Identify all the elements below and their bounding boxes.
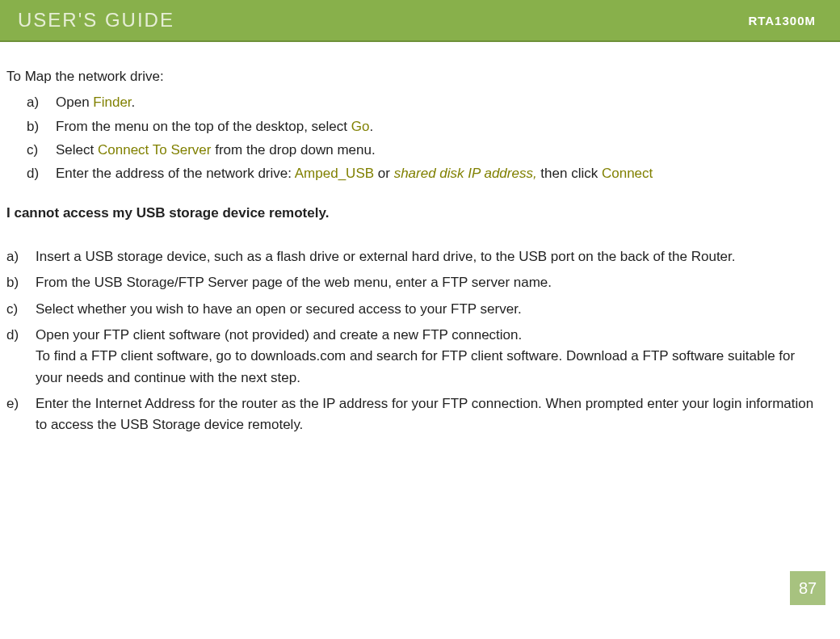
connect-to-server-label: Connect To Server: [98, 142, 211, 158]
header-bar: USER'S GUIDE RTA1300M: [0, 0, 840, 42]
step-body: From the menu on the top of the desktop,…: [56, 116, 373, 137]
step-b: b) From the USB Storage/FTP Server page …: [6, 272, 834, 293]
step-body: Open Finder.: [56, 92, 135, 113]
step-d: d) Open your FTP client software (not pr…: [6, 325, 834, 389]
step-body: From the USB Storage/FTP Server page of …: [36, 272, 834, 293]
step-c: c) Select whether you wish to have an op…: [6, 299, 834, 320]
page-number: 87: [799, 579, 817, 598]
connect-label: Connect: [602, 166, 653, 181]
text: then click: [537, 166, 602, 181]
step-body: Select Connect To Server from the drop d…: [56, 140, 376, 161]
step-marker: d): [6, 325, 36, 389]
step-body: Open your FTP client software (not provi…: [36, 325, 834, 389]
step-d: d) Enter the address of the network driv…: [27, 163, 834, 184]
step-marker: b): [6, 272, 36, 293]
section-intro: To Map the network drive:: [6, 66, 834, 87]
step-marker: c): [6, 299, 36, 320]
text: from the drop down menu.: [211, 142, 375, 158]
step-b: b) From the menu on the top of the deskt…: [27, 116, 834, 137]
text: Open: [56, 95, 93, 110]
step-marker: c): [27, 140, 56, 161]
step-marker: a): [6, 246, 36, 267]
remote-access-steps: a) Insert a USB storage device, such as …: [6, 246, 834, 436]
text: From the menu on the top of the desktop,…: [56, 119, 351, 134]
amped-usb-label: Amped_USB: [295, 166, 374, 181]
text: .: [369, 119, 373, 134]
step-body: Select whether you wish to have an open …: [36, 299, 834, 320]
text: .: [132, 95, 136, 110]
step-body: Enter the address of the network drive: …: [56, 163, 653, 184]
step-e: e) Enter the Internet Address for the ro…: [6, 393, 834, 436]
page-content: To Map the network drive: a) Open Finder…: [0, 42, 840, 436]
step-c: c) Select Connect To Server from the dro…: [27, 140, 834, 161]
step-a: a) Open Finder.: [27, 92, 834, 113]
finder-label: Finder: [93, 95, 131, 110]
step-body: Insert a USB storage device, such as a f…: [36, 246, 834, 267]
step-marker: a): [27, 92, 56, 113]
product-model: RTA1300M: [748, 14, 816, 27]
step-marker: e): [6, 393, 36, 436]
map-drive-steps: a) Open Finder. b) From the menu on the …: [6, 92, 834, 184]
text: Enter the address of the network drive:: [56, 166, 295, 181]
guide-title: USER'S GUIDE: [18, 9, 174, 32]
shared-disk-label: shared disk IP address,: [394, 166, 537, 181]
step-body: Enter the Internet Address for the route…: [36, 393, 834, 436]
step-marker: d): [27, 163, 56, 184]
page-number-badge: 87: [790, 571, 825, 605]
step-a: a) Insert a USB storage device, such as …: [6, 246, 834, 267]
go-label: Go: [351, 119, 370, 134]
text: Select: [56, 142, 98, 158]
faq-question: I cannot access my USB storage device re…: [6, 203, 834, 224]
text: or: [374, 166, 394, 181]
step-marker: b): [27, 116, 56, 137]
